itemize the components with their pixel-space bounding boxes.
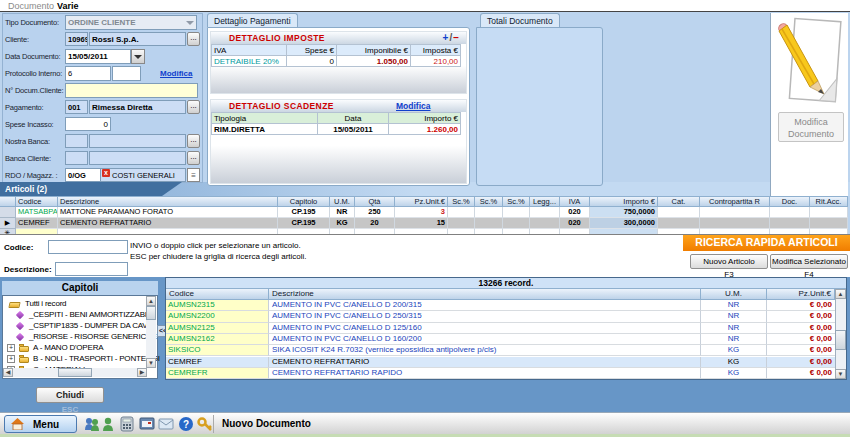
articoli-col-legg-9[interactable]: Legg... [530,196,560,207]
articoli-col-pzunit-5[interactable]: Pz.Unit.€ [395,196,448,207]
articoli-col-sc-8[interactable]: Sc.% [503,196,530,207]
articoli-cell-1-sc3[interactable] [503,218,530,229]
articoli-cell-0-pz[interactable]: 3 [395,207,448,218]
users-icon[interactable] [84,416,100,432]
nostra-banca-code-field[interactable] [65,134,88,148]
tab-dettaglio-pagamenti[interactable]: Dettaglio Pagamenti [207,13,298,27]
cliente-name-field[interactable]: Rossi S.p.A. [89,32,186,46]
pagamento-name-field[interactable]: Rimessa Diretta [89,100,186,114]
menu-documento[interactable]: Documento [8,1,54,11]
record-cell-um-6[interactable]: KG [701,368,767,379]
articoli-cell-0-um[interactable]: NR [330,207,355,218]
record-cell-pz-3[interactable]: € 0,00 [767,334,835,345]
articoli-cell-1-doc[interactable] [770,218,810,229]
articoli-col-iva-10[interactable]: IVA [560,196,590,207]
imposte-row[interactable]: DETRAIBILE 20% 0 1.050,00 210,00 [212,56,461,67]
modifica-selezionato-button[interactable]: Modifica Selezionato [770,254,848,269]
window-icon[interactable] [139,416,155,432]
articoli-cell-0-sc1[interactable] [448,207,475,218]
articoli-col-sc-7[interactable]: Sc.% [475,196,503,207]
articoli-cell-1-um[interactable]: KG [330,218,355,229]
records-vscroll-down-icon[interactable]: ▼ [835,369,846,379]
banca-cliente-code-field[interactable] [65,151,88,165]
record-cell-descrizione-6[interactable]: CEMENTO REFRATTARIO RAPIDO [269,368,701,379]
articoli-cell-1-cat[interactable] [658,218,700,229]
record-cell-codice-3[interactable]: AUMSN2162 [166,334,269,345]
calculator-icon[interactable] [119,416,135,432]
rdo-clear-icon[interactable]: x [102,169,110,177]
articoli-col-sc-6[interactable]: Sc.% [448,196,475,207]
tree-item-3[interactable]: _RISORSE - RISORSE GENERICHE [29,332,157,341]
cliente-code-field[interactable]: 10969 [65,32,88,46]
records-col-um[interactable]: U.M. [701,289,767,300]
articoli-cell-1-pz[interactable]: 15 [395,218,448,229]
record-cell-um-1[interactable]: NR [701,311,767,322]
records-col-descrizione[interactable]: Descrizione [269,289,701,300]
articoli-col-cat-12[interactable]: Cat. [658,196,700,207]
articoli-cell-0-contro[interactable] [700,207,770,218]
articoli-cell-0-codice[interactable]: MATSABPA [16,207,58,218]
user-icon[interactable] [100,416,116,432]
articoli-col-ritacc-15[interactable]: Rit.Acc. [810,196,848,207]
protocollo-interno-field[interactable]: 6 [65,66,111,81]
articoli-cell-0-descrizione[interactable]: MATTONE PARAMANO FORATO [58,207,278,218]
scadenze-row[interactable]: RIM.DIRETTA 15/05/2011 1.260,00 [212,124,461,135]
modifica-documento-button[interactable]: Modifica Documento [778,112,844,142]
n-docum-cliente-field[interactable] [65,83,198,98]
record-cell-codice-2[interactable]: AUMSN2125 [166,323,269,334]
record-cell-codice-6[interactable]: CEMREFR [166,368,269,379]
rdo-code-field[interactable]: 0/OG [65,168,101,182]
nostra-banca-lookup-button[interactable]: ... [187,134,200,148]
articoli-cell-0-qta[interactable]: 250 [355,207,395,218]
tree-hscroll-thumb[interactable] [58,368,92,377]
record-cell-pz-0[interactable]: € 0,00 [767,300,835,311]
record-cell-um-3[interactable]: NR [701,334,767,345]
articoli-cell-0-iva[interactable]: 020 [560,207,590,218]
pagamento-lookup-button[interactable]: ... [187,100,200,114]
record-cell-um-5[interactable]: KG [701,357,767,368]
record-cell-descrizione-1[interactable]: AUMENTO IN PVC C/ANELLO D 250/315 [269,311,701,322]
tree-item-0[interactable]: Tutti i record [25,299,66,308]
key-icon[interactable] [197,416,213,432]
record-cell-codice-4[interactable]: SIKSICO [166,345,269,356]
articoli-cell-0-sc3[interactable] [503,207,530,218]
articoli-cell-1-capitolo[interactable]: CP.195 [278,218,330,229]
articoli-cell-0-doc[interactable] [770,207,810,218]
record-cell-descrizione-4[interactable]: SIKA ICOSIT K24 R.7032 (vernice epossidi… [269,345,701,356]
articoli-cell-1-sc2[interactable] [475,218,503,229]
tree-expand-icon-4[interactable]: + [7,344,15,352]
ricerca-descrizione-input[interactable] [55,262,128,276]
banca-cliente-name-field[interactable] [89,151,186,165]
tree-hscroll-left-icon[interactable]: ◀ [3,368,13,377]
tree-hscroll-right-icon[interactable]: ▶ [137,368,147,377]
records-vscroll-up-icon[interactable]: ▲ [835,289,846,299]
spese-incasso-field[interactable]: 0 [65,117,111,131]
mail-icon[interactable] [158,416,174,432]
articoli-cell-1-legg[interactable] [530,218,560,229]
articoli-cell-1-codice[interactable]: CEMREF [16,218,58,229]
articoli-col-doc-14[interactable]: Doc. [770,196,810,207]
tree-vscroll-thumb[interactable] [146,306,156,320]
articoli-cell-1-qta[interactable]: 20 [355,218,395,229]
articoli-cell-0-importo[interactable]: 750,0000 [590,207,658,218]
tree-item-4[interactable]: A - MANO D'OPERA [33,343,103,352]
record-cell-codice-5[interactable]: CEMREF [166,357,269,368]
chiudi-button[interactable]: Chiudi [36,387,104,403]
articoli-cell-1-descrizione[interactable]: CEMENTO REFRATTARIO [58,218,278,229]
tree-vscroll-up-icon[interactable]: ▲ [146,296,156,306]
tree-item-1[interactable]: _CESPITI - BENI AMMORTIZZABILI [29,310,153,319]
record-cell-pz-2[interactable]: € 0,00 [767,323,835,334]
articoli-cell-0-sc2[interactable] [475,207,503,218]
banca-cliente-lookup-button[interactable]: ... [187,151,200,165]
articoli-col-contropartitar-13[interactable]: Contropartita R [700,196,770,207]
record-cell-codice-0[interactable]: AUMSN2315 [166,300,269,311]
articoli-col-descrizione-1[interactable]: Descrizione [58,196,278,207]
nostra-banca-name-field[interactable] [89,134,186,148]
records-col-pzunit[interactable]: Pz.Unit.€ [767,289,835,300]
records-vscroll-thumb[interactable] [835,330,846,350]
protocollo-interno-field2[interactable] [112,66,141,81]
articoli-cell-0-legg[interactable] [530,207,560,218]
articoli-cell-1-importo[interactable]: 300,0000 [590,218,658,229]
articoli-col-um-3[interactable]: U.M. [330,196,355,207]
articoli-col-importo-11[interactable]: Importo € [590,196,658,207]
